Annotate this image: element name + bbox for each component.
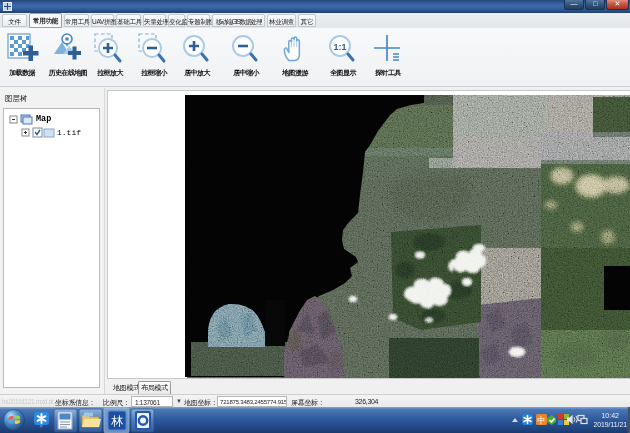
svg-text:10:42: 10:42 [601,412,619,419]
svg-text:1:1: 1:1 [333,42,346,52]
svg-text:中: 中 [537,415,546,425]
svg-text:林: 林 [111,414,124,428]
svg-text:2019/11/21: 2019/11/21 [593,421,627,428]
